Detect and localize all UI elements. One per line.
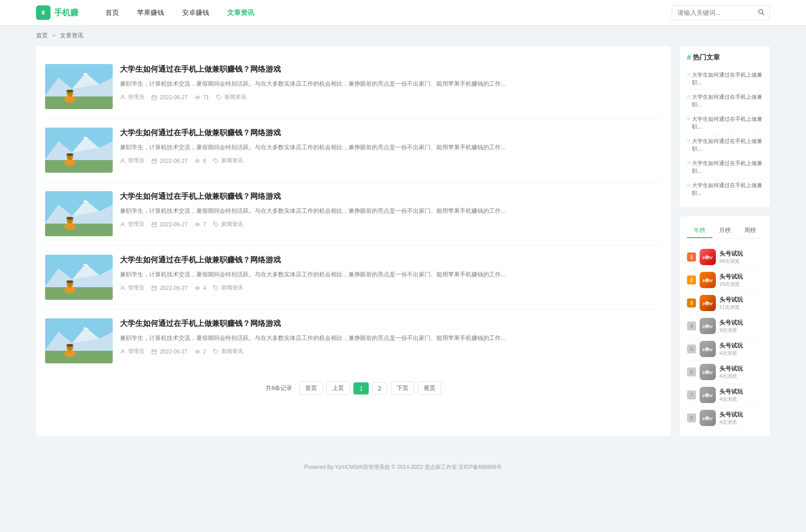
rank-item[interactable]: 1 PLAY 头号试玩 68次浏览 xyxy=(687,246,763,269)
rank-views: 4次浏览 xyxy=(719,419,743,426)
article-desc: 兼职学生，计算机技术交流，暑假期间会特别活跃。与在大多数实体店工作的机会相比，兼… xyxy=(120,142,662,152)
rank-app-icon: PLAY xyxy=(700,272,716,288)
rank-name: 头号试玩 xyxy=(719,273,743,281)
svg-point-35 xyxy=(215,160,215,161)
pagination-next[interactable]: 下页 xyxy=(391,381,414,395)
rankings-section: 年榜 月榜 周榜 1 PLAY 头号试玩 68次浏览 2 PLAY xyxy=(680,216,770,436)
hot-item[interactable]: ○大学生如何通过在手机上做兼职... xyxy=(687,112,763,134)
search-input[interactable] xyxy=(672,6,753,19)
rank-item[interactable]: 2 PLAY 头号试玩 29次浏览 xyxy=(687,269,763,292)
article-title[interactable]: 大学生如何通过在手机上做兼职赚钱？网络游戏 xyxy=(120,191,662,202)
article-title[interactable]: 大学生如何通过在手机上做兼职赚钱？网络游戏 xyxy=(120,64,662,74)
tag-icon xyxy=(213,285,219,291)
pagination-first[interactable]: 首页 xyxy=(299,381,323,395)
rank-app-icon: PLAY xyxy=(700,364,716,380)
rank-item[interactable]: 7 PLAY 头号试玩 4次浏览 xyxy=(687,384,763,407)
hot-item[interactable]: ○大学生如何通过在手机上做兼职... xyxy=(687,134,763,156)
svg-point-18 xyxy=(217,96,218,97)
pagination-page-1[interactable]: 1 xyxy=(353,382,368,394)
logo[interactable]: ¥ 手机赚 xyxy=(36,5,78,20)
rank-info: 头号试玩 9次浏览 xyxy=(719,319,743,334)
rank-item[interactable]: 6 PLAY 头号试玩 4次浏览 xyxy=(687,361,763,384)
rank-name: 头号试玩 xyxy=(719,365,743,373)
rank-info: 头号试玩 4次浏览 xyxy=(719,342,743,357)
article-title[interactable]: 大学生如何通过在手机上做兼职赚钱？网络游戏 xyxy=(120,255,662,265)
hot-item-dot: ○ xyxy=(687,182,690,188)
article-thumbnail xyxy=(45,191,113,236)
eye-icon xyxy=(195,222,200,227)
rank-name: 头号试玩 xyxy=(719,388,743,396)
breadcrumb-home[interactable]: 首页 xyxy=(36,32,48,39)
article-title[interactable]: 大学生如何通过在手机上做兼职赚钱？网络游戏 xyxy=(120,318,662,329)
rank-number: 6 xyxy=(687,367,696,376)
svg-rect-78 xyxy=(67,344,73,346)
article-content: 大学生如何通过在手机上做兼职赚钱？网络游戏 兼职学生，计算机技术交流，暑假期间会… xyxy=(120,318,662,363)
hot-item[interactable]: ○大学生如何通过在手机上做兼职... xyxy=(687,68,763,90)
rank-tab-year[interactable]: 年榜 xyxy=(687,224,712,238)
article-views: 4 xyxy=(195,285,206,291)
hot-item[interactable]: ○大学生如何通过在手机上做兼职... xyxy=(687,156,763,179)
svg-point-62 xyxy=(122,286,124,288)
rank-app-icon: PLAY xyxy=(700,318,716,334)
tag-icon xyxy=(213,349,219,354)
nav-android[interactable]: 安卓赚钱 xyxy=(182,9,209,17)
rank-item[interactable]: 8 PLAY 头号试玩 4次浏览 xyxy=(687,407,763,429)
pagination-prev[interactable]: 上页 xyxy=(326,381,350,395)
article-date: 2022-06-27 xyxy=(151,94,188,101)
hot-item-dot: ○ xyxy=(687,160,690,166)
nav-articles[interactable]: 文章资讯 xyxy=(227,9,254,17)
rank-views: 11次浏览 xyxy=(719,304,743,311)
article-thumbnail xyxy=(45,255,113,300)
article-meta: 管理员 2022-06-27 71 新闻资讯 xyxy=(120,93,662,101)
tag-icon xyxy=(213,222,219,227)
hot-items-container: ○大学生如何通过在手机上做兼职...○大学生如何通过在手机上做兼职...○大学生… xyxy=(687,68,763,200)
search-icon xyxy=(758,9,765,16)
article-author: 管理员 xyxy=(120,93,144,101)
article-content: 大学生如何通过在手机上做兼职赚钱？网络游戏 兼职学生，计算机技术交流，暑假期间会… xyxy=(120,191,662,236)
article-views: 2 xyxy=(195,349,206,355)
article-desc: 兼职学生，计算机技术交流，暑假期间会特别活跃。与在大多数实体店工作的机会相比，兼… xyxy=(120,206,662,216)
hash-icon: # xyxy=(687,54,691,62)
rank-item[interactable]: 3 PLAY 头号试玩 11次浏览 xyxy=(687,292,763,315)
rank-tab-week[interactable]: 周榜 xyxy=(737,224,763,238)
rank-views: 9次浏览 xyxy=(719,327,743,334)
rank-views: 4次浏览 xyxy=(719,396,743,403)
search-button[interactable] xyxy=(753,6,769,20)
rank-tab-month[interactable]: 月榜 xyxy=(712,224,737,238)
article-category: 新闻资讯 xyxy=(213,220,243,228)
article-date: 2022-06-27 xyxy=(151,158,188,164)
nav-apple[interactable]: 苹果赚钱 xyxy=(137,9,164,17)
article-thumbnail xyxy=(45,318,113,363)
article-content: 大学生如何通过在手机上做兼职赚钱？网络游戏 兼职学生，计算机技术交流，暑假期间会… xyxy=(120,255,662,300)
article-list: 大学生如何通过在手机上做兼职赚钱？网络游戏 兼职学生，计算机技术交流，暑假期间会… xyxy=(36,46,671,436)
hot-item-text: 大学生如何通过在手机上做兼职... xyxy=(692,182,763,197)
article-title[interactable]: 大学生如何通过在手机上做兼职赚钱？网络游戏 xyxy=(120,128,662,138)
hot-item[interactable]: ○大学生如何通过在手机上做兼职... xyxy=(687,90,763,112)
rank-info: 头号试玩 4次浏览 xyxy=(719,388,743,403)
rank-items-container: 1 PLAY 头号试玩 68次浏览 2 PLAY 头号试玩 29次浏览 xyxy=(687,246,763,429)
calendar-icon xyxy=(151,95,157,100)
eye-icon xyxy=(195,158,200,164)
user-icon xyxy=(120,349,125,354)
rank-item[interactable]: 4 PLAY 头号试玩 9次浏览 xyxy=(687,315,763,338)
svg-point-17 xyxy=(197,97,198,98)
search-box xyxy=(672,5,770,20)
article-date: 2022-06-27 xyxy=(151,221,188,228)
rank-number: 7 xyxy=(687,390,696,399)
pagination-page-2[interactable]: 2 xyxy=(372,382,387,394)
rank-name: 头号试玩 xyxy=(719,342,743,350)
hot-item[interactable]: ○大学生如何通过在手机上做兼职... xyxy=(687,179,763,200)
hot-item-dot: ○ xyxy=(687,115,690,122)
breadcrumb: 首页 > 文章资讯 xyxy=(0,25,806,46)
svg-point-69 xyxy=(215,287,215,288)
nav-home[interactable]: 首页 xyxy=(105,9,119,17)
svg-rect-44 xyxy=(67,217,73,219)
article-desc: 兼职学生，计算机技术交流，暑假期间会特别活跃。与在大多数实体店工作的机会相比，兼… xyxy=(120,79,662,89)
rank-item[interactable]: 5 PLAY 头号试玩 4次浏览 xyxy=(687,338,763,361)
article-content: 大学生如何通过在手机上做兼职赚钱？网络游戏 兼职学生，计算机技术交流，暑假期间会… xyxy=(120,64,662,109)
calendar-icon xyxy=(151,285,157,291)
rank-name: 头号试玩 xyxy=(719,296,743,304)
svg-point-68 xyxy=(197,288,198,289)
svg-rect-57 xyxy=(45,287,113,300)
pagination-last[interactable]: 尾页 xyxy=(418,381,441,395)
